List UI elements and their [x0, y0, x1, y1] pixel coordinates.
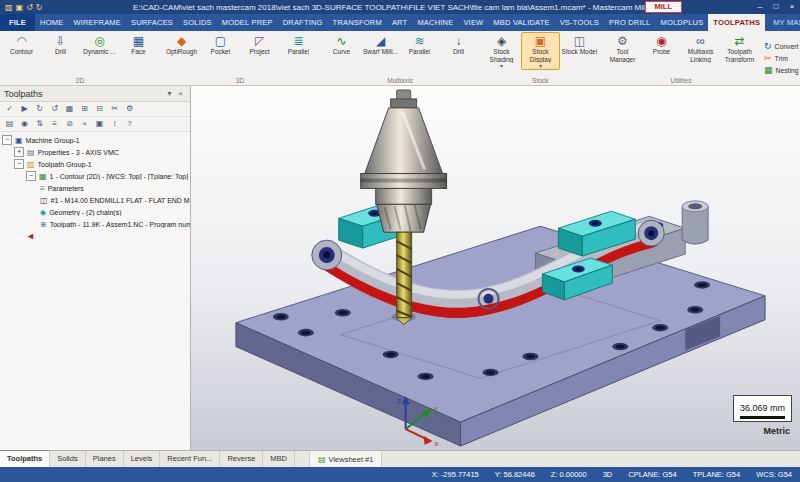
tree-item-parameters[interactable]: ≡ Parameters: [0, 182, 190, 194]
redo-icon[interactable]: ↻: [36, 3, 43, 12]
open-file-icon[interactable]: ▨: [5, 3, 13, 12]
toggle-lock-icon[interactable]: ⊘: [62, 117, 77, 131]
close-button[interactable]: ×: [784, 0, 800, 14]
regen-dirty-icon[interactable]: ↺: [47, 102, 62, 116]
multiaxis-linking-button[interactable]: ∞ Multiaxis Linking: [681, 32, 720, 64]
options-icon[interactable]: ⚙: [122, 102, 137, 116]
model-canvas[interactable]: z y x: [191, 86, 800, 450]
regen-selected-icon[interactable]: ↻: [32, 102, 47, 116]
move-operation-icon[interactable]: ⇅: [32, 117, 47, 131]
trim-button[interactable]: ✂ Trim: [764, 53, 800, 63]
panel-close-icon[interactable]: ×: [175, 89, 186, 98]
select-all-operations-icon[interactable]: ✓: [2, 102, 17, 116]
convert-to-5axis-button[interactable]: ↻ Convert to 5-axis: [764, 41, 800, 51]
tree-item-tool[interactable]: ◫ #1 - M14.00 ENDMILL1 FLAT - FLAT END M…: [0, 194, 190, 206]
tool-manager-button[interactable]: ⚙ Tool Manager: [603, 32, 642, 64]
delete-operations-icon[interactable]: ✂: [107, 102, 122, 116]
tab-vs-tools[interactable]: VS-TOOLS: [555, 14, 604, 31]
tab-wireframe[interactable]: WIREFRAME: [68, 14, 126, 31]
probe-button[interactable]: ◉ Probe: [642, 32, 681, 57]
ribbon: ◠ Contour ⇩ Drill ◎ Dynamic ... ▦ Face 2…: [0, 31, 800, 86]
bottom-tab-levels[interactable]: Levels: [124, 451, 161, 467]
tab-pro-drill[interactable]: PRO DRILL: [604, 14, 655, 31]
expand-all-icon[interactable]: ⊞: [77, 102, 92, 116]
expander-icon[interactable]: −: [14, 159, 24, 169]
tree-item-toolpath-group[interactable]: − ▨ Toolpath Group-1: [0, 158, 190, 170]
tree-item-geometry[interactable]: ◈ Geometry - (2) chain(s): [0, 206, 190, 218]
verify-icon[interactable]: ▦: [62, 102, 77, 116]
nesting-button[interactable]: ▦ Nesting: [764, 65, 800, 75]
trim-label: Trim: [775, 55, 788, 62]
tab-file[interactable]: FILE: [0, 14, 35, 31]
status-wcs[interactable]: WCS: G54: [756, 470, 792, 479]
stock-shading-button[interactable]: ◈ Stock Shading ▾: [482, 32, 521, 70]
help-icon[interactable]: ?: [122, 117, 137, 131]
tab-transform[interactable]: TRANSFORM: [328, 14, 387, 31]
insert-arrow-move-icon[interactable]: ↕: [107, 117, 122, 131]
tab-view[interactable]: VIEW: [458, 14, 488, 31]
tab-art[interactable]: ART: [387, 14, 412, 31]
bottom-tab-reverse[interactable]: Reverse: [220, 451, 263, 467]
optirough-button[interactable]: ◆ OptiRough: [162, 32, 201, 57]
project-button[interactable]: ◸ Project: [240, 32, 279, 57]
bottom-tab-recent-functions[interactable]: Recent Fun...: [160, 451, 220, 467]
contour-button[interactable]: ◠ Contour: [2, 32, 41, 57]
parallel-button[interactable]: ≣ Parallel: [279, 32, 318, 57]
drill-button[interactable]: ⇩ Drill: [41, 32, 80, 57]
toolpath-list-icon[interactable]: ≡: [47, 117, 62, 131]
expander-icon[interactable]: −: [2, 135, 12, 145]
bottom-tab-solids[interactable]: Solids: [50, 451, 85, 467]
backplot-icon[interactable]: ▶: [17, 102, 32, 116]
collapse-all-icon[interactable]: ⊟: [92, 102, 107, 116]
status-cplane[interactable]: CPLANE: G54: [628, 470, 676, 479]
tab-machine[interactable]: MACHINE: [412, 14, 458, 31]
panel-pin-icon[interactable]: ▾: [164, 89, 175, 98]
my-mastercam-link[interactable]: MY MASTERCAM: [765, 14, 800, 31]
toolpath-transform-button[interactable]: ⇄ Toolpath Transform: [720, 32, 759, 64]
bottom-tab-planes[interactable]: Planes: [86, 451, 124, 467]
tab-model-prep[interactable]: MODEL PREP: [217, 14, 278, 31]
expander-icon[interactable]: −: [26, 171, 36, 181]
expander-icon[interactable]: +: [14, 147, 24, 157]
tree-item-machine-group[interactable]: − ▣ Machine Group-1: [0, 134, 190, 146]
tab-toolpaths[interactable]: TOOLPATHS: [708, 14, 765, 31]
dynamic-mill-button[interactable]: ◎ Dynamic ...: [80, 32, 119, 57]
stock-display-button[interactable]: ▣ Stock Display ▾: [521, 32, 560, 70]
tree-item-properties[interactable]: + ▤ Properties - 3 - AXIS VMC: [0, 146, 190, 158]
minimize-button[interactable]: –: [752, 0, 768, 14]
parallel-multiaxis-button[interactable]: ≋ Parallel: [400, 32, 439, 57]
tab-moldplus[interactable]: MOLDPLUS: [655, 14, 708, 31]
bottom-tab-mbd[interactable]: MBD: [263, 451, 295, 467]
status-mode-toggle[interactable]: 3D: [603, 470, 613, 479]
post-icon[interactable]: ▤: [2, 117, 17, 131]
status-tplane[interactable]: TPLANE: G54: [693, 470, 741, 479]
maximize-button[interactable]: □: [768, 0, 784, 14]
tab-solids[interactable]: SOLIDS: [178, 14, 217, 31]
context-tab-mill[interactable]: MILL: [645, 1, 683, 13]
simulate-icon[interactable]: ◉: [17, 117, 32, 131]
drill-multiaxis-button[interactable]: ↓ Drill: [439, 32, 478, 57]
tab-home[interactable]: HOME: [35, 14, 68, 31]
cylinder-pin[interactable]: [682, 201, 708, 244]
toggle-display-icon[interactable]: ▣: [92, 117, 107, 131]
ribbon-group-utilities: ⚙ Tool Manager ◉ Probe ∞ Multiaxis Linki…: [601, 31, 761, 85]
bottom-tab-toolpaths[interactable]: Toolpaths: [0, 450, 50, 467]
pocket-button[interactable]: ▢ Pocket: [201, 32, 240, 57]
tab-mbd-validate[interactable]: MBD VALIDATE: [488, 14, 554, 31]
tab-surfaces[interactable]: SURFACES: [126, 14, 178, 31]
save-icon[interactable]: ▣: [16, 3, 24, 12]
insert-position-arrow[interactable]: ◄: [0, 230, 190, 242]
stock-model-button[interactable]: ◫ Stock Model: [560, 32, 599, 57]
tree-item-toolpath-file[interactable]: ≋ Toolpath - 11.9K - Assem1.NC - Program…: [0, 218, 190, 230]
toolpath-file-icon: ≋: [40, 220, 47, 229]
undo-icon[interactable]: ↺: [26, 3, 33, 12]
curve-button[interactable]: ∿ Curve: [322, 32, 361, 57]
swarf-milling-button[interactable]: ◢ Swarf Milli...: [361, 32, 400, 57]
graphics-viewport[interactable]: z y x 36.069 mm Metric: [191, 86, 800, 450]
viewsheet-tab[interactable]: ▤ Viewsheet #1: [309, 451, 382, 467]
toggle-post-icon[interactable]: ×: [77, 117, 92, 131]
tree-item-label: #1 - M14.00 ENDMILL1 FLAT - FLAT END MIL…: [51, 197, 190, 204]
tab-drafting[interactable]: DRAFTING: [278, 14, 328, 31]
tree-item-contour-operation[interactable]: − ▦ 1 - Contour (2D) - [WCS: Top] - [Tpl…: [0, 170, 190, 182]
face-button[interactable]: ▦ Face: [119, 32, 158, 57]
